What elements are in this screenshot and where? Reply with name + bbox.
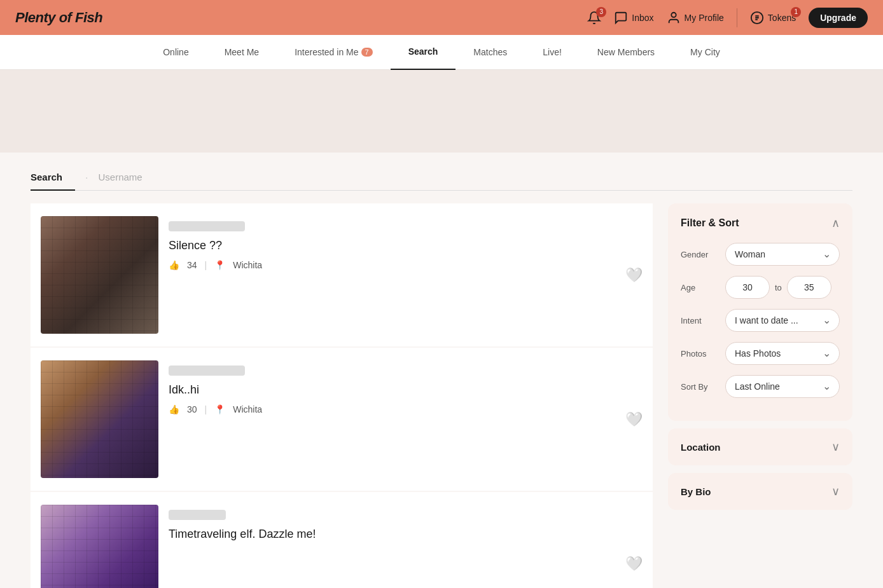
profile-age: 30 [187,404,197,414]
results-column: Silence ?? 👍 34 | 📍 Wichita 🤍 [31,203,653,588]
tokens-badge: 1 [791,7,801,17]
tokens-icon [750,11,764,25]
search-tabs: Search · Username [31,165,852,191]
top-navigation: Plenty of Fish 3 Inbox My Profile 1 [0,0,883,35]
table-row: Idk..hi 👍 30 | 📍 Wichita 🤍 [31,348,653,491]
photos-select[interactable]: Has Photos All [725,342,840,365]
nav-interested-in-me[interactable]: Interested in Me 7 [277,35,391,70]
app-logo[interactable]: Plenty of Fish [15,10,102,26]
profile-image-3[interactable] [41,505,158,588]
svg-point-0 [671,12,676,17]
nav-search[interactable]: Search [391,35,456,70]
sortby-select-wrap: Last Online Newest Distance [725,375,840,398]
gender-select-wrap: Woman Man Everyone [725,243,840,266]
filter-column: Filter & Sort ∧ Gender Woman Man Everyon… [668,203,852,517]
intent-label: Intent [681,316,719,325]
nav-my-city[interactable]: My City [672,35,738,70]
tab-username[interactable]: Username [99,165,155,190]
content-layout: Silence ?? 👍 34 | 📍 Wichita 🤍 [31,203,852,588]
bybio-section: By Bio ∨ [668,473,852,510]
profile-meta: 👍 30 | 📍 Wichita [169,404,643,414]
nav-matches[interactable]: Matches [455,35,525,70]
bybio-label: By Bio [681,486,711,497]
profile-name[interactable]: Silence ?? [169,239,643,252]
profile-location: Wichita [233,260,262,270]
username-blur-bar [169,221,245,231]
bybio-header: By Bio ∨ [681,484,840,498]
meta-sep: | [205,404,207,414]
banner-area [0,70,883,153]
profile-image-2[interactable] [41,360,158,478]
nav-online[interactable]: Online [145,35,206,70]
nav-divider [737,8,737,27]
photos-select-wrap: Has Photos All [725,342,840,365]
tab-search[interactable]: Search [31,165,75,190]
age-to-input[interactable] [787,276,831,299]
username-blur-bar [169,366,245,376]
profile-location: Wichita [233,404,262,414]
sortby-filter-row: Sort By Last Online Newest Distance [681,375,840,398]
location-label: Location [681,442,721,453]
location-icon: 📍 [214,404,225,414]
table-row: Silence ?? 👍 34 | 📍 Wichita 🤍 [31,203,653,346]
photos-filter-row: Photos Has Photos All [681,342,840,365]
gender-label: Gender [681,250,719,259]
age-from-input[interactable] [725,276,770,299]
profile-age: 34 [187,260,197,270]
age-icon: 👍 [169,260,179,270]
nav-meet-me[interactable]: Meet Me [207,35,277,70]
sortby-label: Sort By [681,382,719,392]
expand-location-icon[interactable]: ∨ [831,440,840,454]
photos-label: Photos [681,349,719,359]
age-range: to [725,276,840,299]
sortby-select[interactable]: Last Online Newest Distance [725,375,840,398]
profile-info-3: Timetraveling elf. Dazzle me! [169,505,643,549]
expand-bybio-icon[interactable]: ∨ [831,484,840,498]
pixelation-overlay [41,216,158,334]
gender-filter-row: Gender Woman Man Everyone [681,243,840,266]
pixelation-overlay [41,505,158,588]
pixelation-overlay [41,360,158,478]
intent-filter-row: Intent I want to date ... For fun Long t… [681,309,840,332]
main-container: Search · Username Silence ?? 👍 34 | � [15,153,868,588]
like-button-1[interactable]: 🤍 [625,267,643,284]
profile-info-1: Silence ?? 👍 34 | 📍 Wichita [169,216,643,270]
myprofile-button[interactable]: My Profile [667,11,724,25]
gender-select[interactable]: Woman Man Everyone [725,243,840,266]
age-icon: 👍 [169,404,179,414]
inbox-button[interactable]: Inbox [614,11,653,25]
top-nav-right: 3 Inbox My Profile 1 T [587,8,868,28]
interested-badge: 7 [361,48,373,57]
profile-info-2: Idk..hi 👍 30 | 📍 Wichita [169,360,643,414]
profile-meta: 👍 34 | 📍 Wichita [169,260,643,270]
location-icon: 📍 [214,260,225,270]
profile-name[interactable]: Idk..hi [169,383,643,397]
message-icon [614,11,628,25]
table-row: Timetraveling elf. Dazzle me! 🤍 [31,492,653,588]
inbox-label: Inbox [632,13,653,23]
nav-live[interactable]: Live! [525,35,580,70]
like-button-2[interactable]: 🤍 [625,411,643,428]
profile-name[interactable]: Timetraveling elf. Dazzle me! [169,528,643,541]
myprofile-label: My Profile [685,13,724,23]
location-header: Location ∨ [681,440,840,454]
secondary-navigation: Online Meet Me Interested in Me 7 Search… [0,35,883,70]
filter-sort-title: Filter & Sort [681,217,739,229]
user-icon [667,11,681,25]
notifications-badge: 3 [596,7,606,17]
nav-new-members[interactable]: New Members [580,35,672,70]
age-to-label: to [775,283,782,292]
tab-separator: · [85,172,88,184]
username-blur-bar [169,510,226,520]
location-section: Location ∨ [668,428,852,465]
tokens-button[interactable]: 1 Tokens [750,11,796,25]
like-button-3[interactable]: 🤍 [625,556,643,572]
upgrade-button[interactable]: Upgrade [809,8,868,28]
collapse-filter-icon[interactable]: ∧ [831,216,840,230]
intent-select[interactable]: I want to date ... For fun Long term [725,309,840,332]
notifications-button[interactable]: 3 [587,11,601,25]
filter-sort-panel: Filter & Sort ∧ Gender Woman Man Everyon… [668,203,852,421]
profile-image-1[interactable] [41,216,158,334]
age-label: Age [681,283,719,292]
filter-header: Filter & Sort ∧ [681,216,840,230]
